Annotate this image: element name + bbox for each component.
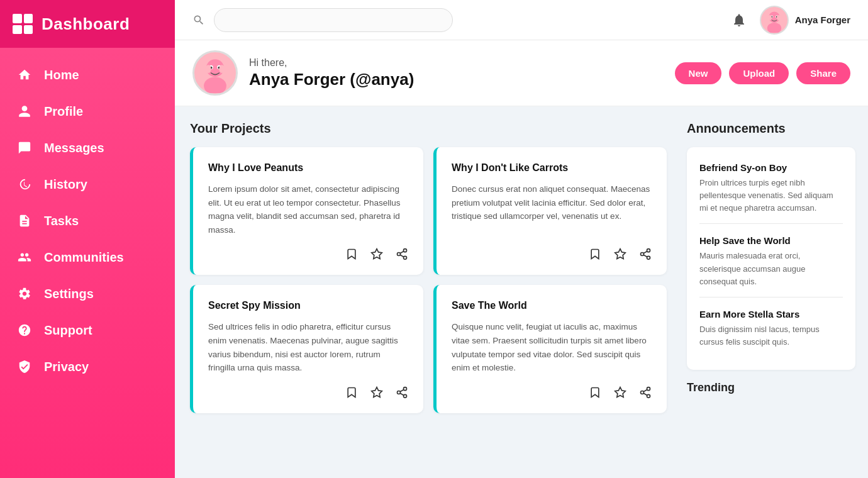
file-icon — [16, 213, 33, 229]
sidebar-item-messages[interactable]: Messages — [0, 130, 175, 166]
profile-info: Hi there, Anya Forger (@anya) — [249, 57, 664, 89]
svg-marker-36 — [615, 387, 626, 397]
sidebar-item-history-label: History — [44, 177, 87, 192]
sidebar-item-profile-label: Profile — [44, 104, 83, 119]
sidebar-item-settings-label: Settings — [44, 287, 94, 301]
greeting-text: Hi there, — [249, 57, 664, 69]
svg-line-29 — [643, 252, 647, 253]
project-card-2-title: Secret Spy Mission — [208, 300, 408, 311]
main-content: Anya Forger Hi there, Anya Forger (@anya… — [175, 0, 868, 478]
new-button[interactable]: New — [675, 62, 722, 84]
svg-point-16 — [206, 65, 211, 73]
sidebar-nav: Home Profile Messages History Tasks — [0, 48, 175, 478]
share-icon-1[interactable] — [639, 248, 652, 264]
project-card-2-body: Sed ultrices felis in odio pharetra, eff… — [208, 320, 408, 374]
announcement-1-body: Mauris malesuada erat orci, scelerisque … — [699, 250, 843, 287]
svg-line-41 — [643, 389, 647, 391]
star-icon-2[interactable] — [370, 386, 383, 402]
share-icon-0[interactable] — [396, 248, 408, 264]
user-avatar-wrap[interactable]: Anya Forger — [760, 6, 850, 35]
home-icon — [16, 67, 33, 83]
svg-point-25 — [647, 249, 650, 252]
sidebar-item-tasks-label: Tasks — [44, 214, 79, 228]
svg-point-19 — [404, 249, 407, 252]
announcements-section-title: Announcements — [687, 121, 855, 136]
svg-point-21 — [404, 257, 407, 260]
project-card-3: Save The World Quisque nunc velit, feugi… — [433, 285, 667, 413]
bookmark-icon-2[interactable] — [345, 386, 358, 402]
project-card-1-actions — [452, 248, 652, 264]
project-card-1-title: Why I Don't Like Carrots — [452, 162, 652, 174]
svg-line-34 — [400, 393, 404, 395]
sidebar-logo — [13, 14, 33, 34]
sidebar-header: Dashboard — [0, 0, 175, 48]
svg-line-35 — [400, 389, 404, 391]
chat-icon — [16, 140, 33, 156]
sidebar-item-home-label: Home — [44, 68, 79, 82]
svg-point-7 — [768, 15, 772, 20]
project-card-2-actions — [208, 386, 408, 402]
svg-point-20 — [398, 253, 401, 256]
project-card-0: Why I Love Peanuts Lorem ipsum dolor sit… — [190, 147, 423, 275]
star-icon-3[interactable] — [614, 386, 626, 402]
sidebar-item-privacy[interactable]: Privacy — [0, 348, 175, 385]
svg-point-33 — [404, 394, 407, 397]
sidebar-item-settings[interactable]: Settings — [0, 275, 175, 312]
group-icon — [16, 249, 33, 265]
svg-marker-30 — [372, 387, 382, 397]
trending-section-title: Trending — [687, 381, 855, 394]
sidebar-item-home[interactable]: Home — [0, 57, 175, 93]
project-card-0-actions — [208, 248, 408, 264]
bookmark-icon-0[interactable] — [345, 248, 358, 264]
star-icon-1[interactable] — [614, 248, 626, 264]
search-icon — [192, 14, 205, 26]
share-icon-2[interactable] — [396, 386, 408, 402]
gear-icon — [16, 286, 33, 302]
profile-name: Anya Forger (@anya) — [249, 70, 664, 89]
svg-point-26 — [641, 253, 644, 256]
svg-marker-24 — [615, 249, 626, 259]
project-card-2: Secret Spy Mission Sed ultrices felis in… — [190, 285, 423, 413]
svg-point-27 — [647, 257, 650, 260]
content-area: Your Projects Why I Love Peanuts Lorem i… — [175, 106, 868, 478]
announcement-0-title: Befriend Sy-on Boy — [699, 162, 843, 173]
share-button[interactable]: Share — [796, 62, 850, 84]
profile-avatar — [192, 50, 238, 96]
sidebar-item-tasks[interactable]: Tasks — [0, 203, 175, 239]
bookmark-icon-3[interactable] — [589, 386, 601, 402]
sidebar: Dashboard Home Profile Messages History — [0, 0, 175, 478]
projects-area: Your Projects Why I Love Peanuts Lorem i… — [175, 106, 679, 478]
svg-marker-18 — [372, 249, 382, 259]
bell-icon[interactable] — [730, 11, 748, 30]
project-card-3-title: Save The World — [452, 300, 652, 311]
project-card-1-body: Donec cursus erat non aliquet consequat.… — [452, 182, 652, 236]
sidebar-title: Dashboard — [42, 14, 130, 34]
profile-actions: New Upload Share — [675, 62, 850, 84]
shield-icon — [16, 358, 33, 375]
announcement-item-2: Earn More Stella Stars Duis dignissim ni… — [699, 306, 843, 357]
clock-icon — [16, 176, 33, 192]
person-icon — [16, 103, 33, 119]
user-name-label: Anya Forger — [795, 14, 850, 25]
svg-point-39 — [647, 394, 650, 397]
share-icon-3[interactable] — [639, 386, 652, 402]
star-icon-0[interactable] — [370, 248, 383, 264]
sidebar-item-support[interactable]: Support — [0, 312, 175, 348]
project-card-3-actions — [452, 386, 652, 402]
sidebar-item-privacy-label: Privacy — [44, 360, 89, 374]
svg-line-22 — [400, 255, 404, 257]
project-card-3-body: Quisque nunc velit, feugiat ut iaculis a… — [452, 320, 652, 374]
svg-point-37 — [647, 387, 650, 390]
sidebar-item-history[interactable]: History — [0, 166, 175, 203]
project-card-0-title: Why I Love Peanuts — [208, 162, 408, 174]
svg-point-38 — [641, 391, 644, 394]
profile-banner: Hi there, Anya Forger (@anya) New Upload… — [175, 40, 868, 106]
sidebar-item-messages-label: Messages — [44, 141, 104, 155]
bookmark-icon-1[interactable] — [589, 248, 601, 264]
search-input[interactable] — [214, 8, 453, 32]
sidebar-item-communities[interactable]: Communities — [0, 239, 175, 275]
announcement-item-0: Befriend Sy-on Boy Proin ultrices turpis… — [699, 160, 843, 224]
announcement-2-body: Duis dignissim nisl lacus, tempus cursus… — [699, 323, 843, 348]
upload-button[interactable]: Upload — [729, 62, 789, 84]
sidebar-item-profile[interactable]: Profile — [0, 93, 175, 130]
